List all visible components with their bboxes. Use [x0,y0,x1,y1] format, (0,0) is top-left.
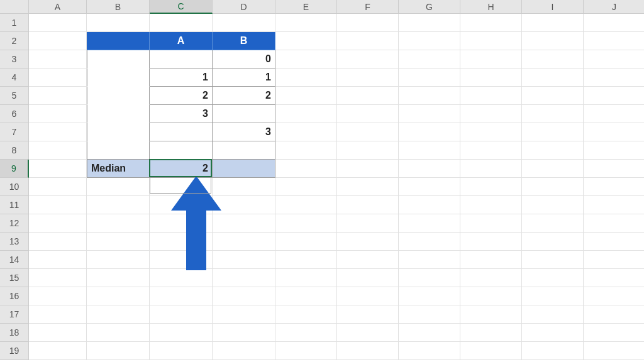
cell-J10[interactable] [584,178,644,196]
cell-C10[interactable] [150,178,213,196]
cell-C5[interactable]: 2 [150,87,213,105]
cell-A3[interactable] [29,50,87,69]
cell-B10[interactable] [87,178,150,196]
cell-E11[interactable] [275,196,337,214]
column-header-H[interactable]: H [460,0,522,14]
cell-G10[interactable] [399,178,460,196]
cell-A7[interactable] [29,123,87,141]
cell-D14[interactable] [213,251,275,269]
cell-A18[interactable] [29,324,87,342]
column-header-D[interactable]: D [213,0,275,14]
cell-B6[interactable] [87,105,150,123]
cell-F8[interactable] [337,141,399,160]
cell-B1[interactable] [87,14,150,32]
cell-A11[interactable] [29,196,87,214]
row-header-7[interactable]: 7 [0,123,29,141]
row-header-12[interactable]: 12 [0,214,29,233]
cell-D12[interactable] [213,214,275,233]
cell-B5[interactable] [87,87,150,105]
cell-B2[interactable] [87,32,150,50]
row-header-19[interactable]: 19 [0,342,29,360]
cell-G5[interactable] [399,87,460,105]
cell-I19[interactable] [522,342,584,360]
cell-A6[interactable] [29,105,87,123]
column-header-J[interactable]: J [584,0,644,14]
cell-D16[interactable] [213,287,275,305]
cell-C2[interactable]: A [150,32,213,50]
cell-F4[interactable] [337,69,399,87]
cell-B8[interactable] [87,141,150,160]
cell-H19[interactable] [460,342,522,360]
cell-G13[interactable] [399,233,460,251]
cell-H15[interactable] [460,269,522,287]
cell-C19[interactable] [150,342,213,360]
cell-B11[interactable] [87,196,150,214]
cell-F17[interactable] [337,305,399,324]
cell-J9[interactable] [584,160,644,178]
cell-F11[interactable] [337,196,399,214]
cell-D13[interactable] [213,233,275,251]
cell-H1[interactable] [460,14,522,32]
cell-J19[interactable] [584,342,644,360]
cell-J2[interactable] [584,32,644,50]
cell-E17[interactable] [275,305,337,324]
cell-J13[interactable] [584,233,644,251]
cell-F13[interactable] [337,233,399,251]
cell-H9[interactable] [460,160,522,178]
cell-E5[interactable] [275,87,337,105]
cell-F15[interactable] [337,269,399,287]
column-header-I[interactable]: I [522,0,584,14]
cell-H8[interactable] [460,141,522,160]
cell-I5[interactable] [522,87,584,105]
cell-E10[interactable] [275,178,337,196]
cell-H5[interactable] [460,87,522,105]
cell-E19[interactable] [275,342,337,360]
row-header-14[interactable]: 14 [0,251,29,269]
cell-J14[interactable] [584,251,644,269]
cell-B7[interactable] [87,123,150,141]
cell-G14[interactable] [399,251,460,269]
cell-D2[interactable]: B [213,32,275,50]
cell-E4[interactable] [275,69,337,87]
cell-I2[interactable] [522,32,584,50]
column-header-A[interactable]: A [29,0,87,14]
cell-F2[interactable] [337,32,399,50]
cell-C11[interactable] [150,196,213,214]
cell-A16[interactable] [29,287,87,305]
cell-B9[interactable]: Median [87,160,150,178]
cell-H16[interactable] [460,287,522,305]
cell-C15[interactable] [150,269,213,287]
cell-J6[interactable] [584,105,644,123]
cell-J4[interactable] [584,69,644,87]
cell-A9[interactable] [29,160,87,178]
row-header-2[interactable]: 2 [0,32,29,50]
cell-H3[interactable] [460,50,522,69]
cell-I9[interactable] [522,160,584,178]
cell-E13[interactable] [275,233,337,251]
row-header-3[interactable]: 3 [0,50,29,69]
cell-J1[interactable] [584,14,644,32]
cell-B17[interactable] [87,305,150,324]
cell-J12[interactable] [584,214,644,233]
cell-J3[interactable] [584,50,644,69]
cell-I15[interactable] [522,269,584,287]
cell-E3[interactable] [275,50,337,69]
cell-I12[interactable] [522,214,584,233]
cell-F12[interactable] [337,214,399,233]
column-header-B[interactable]: B [87,0,150,14]
cell-B3[interactable] [87,50,150,69]
cell-J16[interactable] [584,287,644,305]
cell-F9[interactable] [337,160,399,178]
cell-B14[interactable] [87,251,150,269]
row-header-4[interactable]: 4 [0,69,29,87]
cell-D3[interactable]: 0 [213,50,275,69]
cell-G16[interactable] [399,287,460,305]
row-header-15[interactable]: 15 [0,269,29,287]
cell-A13[interactable] [29,233,87,251]
column-header-E[interactable]: E [275,0,337,14]
cell-F14[interactable] [337,251,399,269]
cell-C17[interactable] [150,305,213,324]
cell-B19[interactable] [87,342,150,360]
cell-E9[interactable] [275,160,337,178]
cell-H12[interactable] [460,214,522,233]
